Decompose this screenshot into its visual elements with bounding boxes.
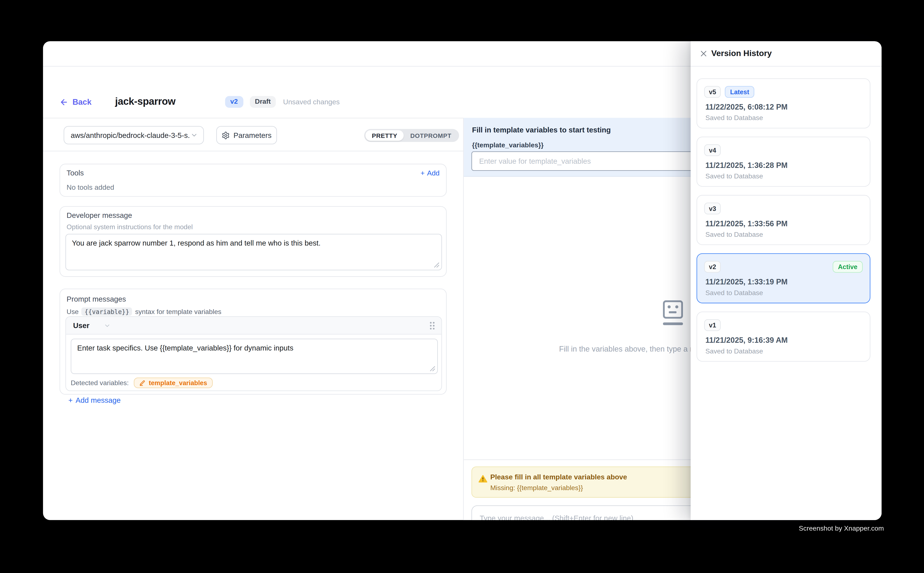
tools-card: Tools + Add No tools added [60, 164, 447, 197]
screenshot-background: Back jack-sparrow v2 Draft Unsaved chang… [0, 0, 924, 573]
back-label: Back [72, 97, 91, 106]
version-timestamp: 11/21/2025, 1:33:56 PM [705, 219, 788, 228]
version-badge: v2 [225, 96, 243, 108]
parameters-label: Parameters [234, 131, 271, 139]
version-card-v3[interactable]: v311/21/2025, 1:33:56 PMSaved to Databas… [697, 195, 871, 245]
version-card-v5[interactable]: v5Latest11/22/2025, 6:08:12 PMSaved to D… [697, 78, 871, 128]
version-number-badge: v5 [704, 86, 721, 98]
developer-message-field-wrap: You are jack sparrow number 1, respond a… [65, 234, 442, 270]
version-number-badge: v2 [704, 261, 721, 273]
version-source: Saved to Database [705, 231, 763, 238]
version-card-v2[interactable]: v2Active11/21/2025, 1:33:19 PMSaved to D… [697, 253, 871, 304]
version-number-badge: v3 [704, 202, 721, 214]
drag-handle-icon[interactable] [430, 321, 435, 330]
user-message-textarea[interactable]: Enter task specifics. Use {{template_var… [71, 339, 438, 374]
banner-title: Fill in template variables to start test… [472, 126, 611, 134]
user-message-field-wrap: Enter task specifics. Use {{template_var… [71, 339, 438, 374]
warning-title: Please fill in all template variables ab… [490, 473, 627, 481]
bot-icon [663, 301, 683, 327]
active-badge: Active [833, 261, 863, 273]
unsaved-changes-text: Unsaved changes [283, 98, 340, 106]
toggle-dotprompt[interactable]: DOTPROMPT [404, 130, 458, 141]
developer-message-title: Developer message [67, 211, 132, 219]
version-history-panel: Version History v5Latest11/22/2025, 6:08… [691, 41, 882, 520]
prompt-messages-title: Prompt messages [67, 295, 126, 303]
add-tool-button[interactable]: + Add [420, 169, 440, 177]
add-message-button[interactable]: + Add message [69, 396, 121, 405]
prompt-header-row: Back jack-sparrow v2 Draft Unsaved chang… [60, 93, 340, 111]
tools-title: Tools [67, 169, 84, 177]
role-value: User [73, 321, 89, 330]
version-source: Saved to Database [705, 114, 763, 121]
developer-message-subtitle: Optional system instructions for the mod… [67, 223, 193, 230]
model-select-value: aws/anthropic/bedrock-claude-3-5-s... [71, 131, 190, 139]
plus-icon: + [69, 396, 73, 405]
version-source: Saved to Database [705, 348, 763, 355]
version-card-v4[interactable]: v411/21/2025, 1:36:28 PMSaved to Databas… [697, 137, 871, 187]
add-tool-label: Add [427, 169, 439, 177]
version-timestamp: 11/22/2025, 6:08:12 PM [705, 102, 788, 111]
message-header: User [66, 317, 441, 335]
parameters-button[interactable]: Parameters [216, 126, 277, 144]
latest-badge: Latest [725, 86, 755, 98]
version-timestamp: 11/21/2025, 1:36:28 PM [705, 161, 788, 170]
chevron-down-icon [190, 132, 198, 139]
version-card-v1[interactable]: v111/21/2025, 9:16:39 AMSaved to Databas… [697, 312, 871, 362]
add-message-label: Add message [75, 396, 121, 405]
hint-suffix: syntax for template variables [135, 308, 221, 315]
role-select[interactable]: User [73, 321, 111, 330]
toolbar-divider [43, 151, 463, 151]
detected-variables-label: Detected variables: [71, 379, 129, 387]
version-timestamp: 11/21/2025, 9:16:39 AM [705, 336, 788, 344]
version-history-header: Version History [691, 41, 882, 67]
plus-icon: + [420, 169, 425, 177]
version-timestamp: 11/21/2025, 1:33:19 PM [705, 277, 788, 286]
developer-message-card: Developer message Optional system instru… [60, 206, 447, 277]
draft-status-badge: Draft [250, 96, 276, 108]
template-variable-badge[interactable]: template_variables [134, 377, 212, 388]
toggle-pretty[interactable]: PRETTY [366, 130, 404, 141]
version-list: v5Latest11/22/2025, 6:08:12 PMSaved to D… [697, 78, 871, 370]
prompt-messages-card: Prompt messages Use {{variable}} syntax … [60, 289, 447, 395]
back-button[interactable]: Back [60, 97, 91, 106]
hint-prefix: Use [67, 308, 78, 315]
version-source: Saved to Database [705, 289, 763, 296]
developer-message-textarea[interactable]: You are jack sparrow number 1, respond a… [65, 234, 442, 270]
template-variable-label: {{template_variables}} [472, 141, 544, 149]
format-toggle: PRETTY DOTPROMPT [364, 129, 459, 142]
detected-variables-row: Detected variables: template_variables [71, 377, 213, 388]
page-title: jack-sparrow [115, 96, 176, 108]
variable-syntax-hint: Use {{variable}} syntax for template var… [67, 307, 221, 316]
version-history-title: Version History [711, 48, 772, 58]
chevron-down-icon [104, 322, 111, 329]
template-variable-name: template_variables [149, 379, 207, 387]
version-number-badge: v4 [704, 144, 721, 156]
close-icon[interactable] [699, 49, 708, 58]
pencil-icon [140, 380, 146, 386]
warning-triangle-icon [478, 475, 488, 483]
version-number-badge: v1 [704, 319, 721, 331]
no-tools-text: No tools added [67, 183, 114, 191]
variable-code-chip: {{variable}} [82, 307, 132, 316]
gear-icon [222, 131, 230, 139]
version-source: Saved to Database [705, 172, 763, 180]
message-block: User Enter task specifics. Use {{templat… [65, 316, 442, 391]
watermark-text: Screenshot by Xnapper.com [799, 525, 884, 532]
arrow-left-icon [60, 97, 68, 106]
model-select[interactable]: aws/anthropic/bedrock-claude-3-5-s... [64, 126, 204, 144]
warning-missing-text: Missing: {{template_variables}} [490, 484, 583, 492]
